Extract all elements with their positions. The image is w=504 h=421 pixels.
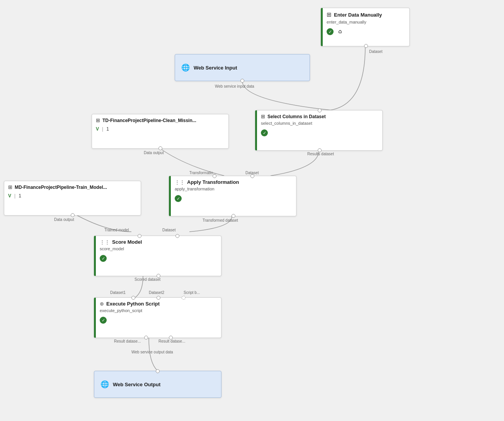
select-columns-subtitle: select_columns_in_dataset xyxy=(257,121,382,128)
apply-transformation-node[interactable]: ⋮⋮ Apply Transformation apply_transforma… xyxy=(169,176,296,216)
transform-icon: ⋮⋮ xyxy=(175,179,185,185)
module-icon-td: ⊞ xyxy=(96,117,100,123)
input-port-sm-2[interactable] xyxy=(175,234,179,238)
input-port-wso[interactable] xyxy=(156,369,160,373)
module-icon: ⊞ xyxy=(327,11,332,18)
execute-python-title: Execute Python Script xyxy=(106,301,160,307)
td-finance-node[interactable]: ⊞ TD-FinanceProjectPipeline-Clean_Missin… xyxy=(92,114,229,149)
pipeline-canvas: ⊞ Enter Data Manually enter_data_manuall… xyxy=(0,0,504,421)
enter-data-manually-node[interactable]: ⊞ Enter Data Manually enter_data_manuall… xyxy=(321,8,410,46)
web-service-input-data-label: Web service input data xyxy=(215,84,254,88)
dataset1-label: Dataset1 xyxy=(110,290,126,295)
output-port-ep-1[interactable] xyxy=(144,336,148,340)
scored-dataset-label: Scored dataset xyxy=(135,277,160,282)
dataset-label-1: Dataset xyxy=(369,49,382,54)
score-model-title: Score Model xyxy=(112,239,142,245)
scriptb-label: Script b... xyxy=(184,290,200,295)
apply-transformation-title: Apply Transformation xyxy=(187,179,239,185)
score-icon: ⋮⋮ xyxy=(100,239,110,245)
data-output-port-md[interactable] xyxy=(71,213,75,217)
check-icon-at: ✓ xyxy=(175,195,182,202)
input-port-ep-2[interactable] xyxy=(157,296,160,300)
recycle-icon: ♻ xyxy=(337,28,344,35)
web-service-output-data-label: Web service output data xyxy=(131,350,173,354)
data-output-label-md: Data output xyxy=(54,217,74,222)
web-service-output-node[interactable]: 🌐 Web Service Output xyxy=(94,371,221,398)
globe-icon-input: 🌐 xyxy=(181,63,190,72)
dataset-label-sm: Dataset xyxy=(162,228,175,232)
input-port-ep-1[interactable] xyxy=(131,296,135,300)
module-icon-sc: ⊞ xyxy=(261,114,265,119)
input-port-sm-1[interactable] xyxy=(138,234,141,238)
version-sep-md: | xyxy=(14,193,15,199)
python-icon: ⊕ xyxy=(100,301,104,307)
data-output-label-td: Data output xyxy=(144,151,164,155)
apply-transformation-subtitle: apply_transformation xyxy=(171,187,296,194)
select-columns-node[interactable]: ⊞ Select Columns in Dataset select_colum… xyxy=(255,110,383,151)
output-port[interactable] xyxy=(240,79,244,83)
output-port-at[interactable] xyxy=(232,214,235,218)
md-finance-node[interactable]: ⊞ MD-FinanceProjectPipeline-Train_Model.… xyxy=(4,181,141,216)
input-port-sc[interactable] xyxy=(318,109,322,112)
version-num-md: 1 xyxy=(19,193,21,199)
input-port-ep-3[interactable] xyxy=(182,296,186,300)
execute-python-node[interactable]: ⊕ Execute Python Script execute_python_s… xyxy=(94,297,221,338)
check-icon: ✓ xyxy=(327,28,334,35)
enter-data-subtitle: enter_data_manually xyxy=(323,20,409,27)
version-sep: | xyxy=(102,126,103,132)
transformed-dataset-label: Transformed dataset xyxy=(203,218,238,222)
transformation-label: Transformatio... xyxy=(189,171,216,175)
globe-icon-output: 🌐 xyxy=(100,380,109,389)
check-icon-sc: ✓ xyxy=(261,129,268,136)
version-v: V xyxy=(96,126,99,132)
web-service-output-title: Web Service Output xyxy=(113,382,160,387)
result-datase2-label: Result datase... xyxy=(158,339,185,343)
td-finance-title: TD-FinanceProjectPipeline-Clean_Missin..… xyxy=(102,118,196,123)
enter-data-title: Enter Data Manually xyxy=(334,12,382,18)
trained-model-label: Trained model xyxy=(104,228,129,232)
version-num: 1 xyxy=(106,126,109,132)
score-model-subtitle: score_model xyxy=(96,246,221,253)
data-output-port-td[interactable] xyxy=(158,146,162,150)
output-port[interactable] xyxy=(364,44,368,48)
check-icon-sm: ✓ xyxy=(100,255,107,262)
module-icon-md: ⊞ xyxy=(8,184,12,190)
score-model-node[interactable]: ⋮⋮ Score Model score_model ✓ xyxy=(94,236,221,276)
version-v-md: V xyxy=(8,193,11,199)
results-dataset-label: Results dataset xyxy=(307,152,334,156)
input-port-at-2[interactable] xyxy=(250,174,254,178)
select-columns-title: Select Columns in Dataset xyxy=(267,114,326,119)
dataset2-label: Dataset2 xyxy=(149,290,164,295)
check-icon-ep: ✓ xyxy=(100,317,107,324)
input-port-at-1[interactable] xyxy=(213,174,216,178)
web-service-input-title: Web Service Input xyxy=(194,65,237,71)
web-service-input-node[interactable]: 🌐 Web Service Input xyxy=(175,54,310,81)
md-finance-title: MD-FinanceProjectPipeline-Train_Model... xyxy=(15,185,107,190)
execute-python-subtitle: execute_python_script xyxy=(96,308,221,315)
result-datase1-label: Result datase... xyxy=(114,339,141,343)
